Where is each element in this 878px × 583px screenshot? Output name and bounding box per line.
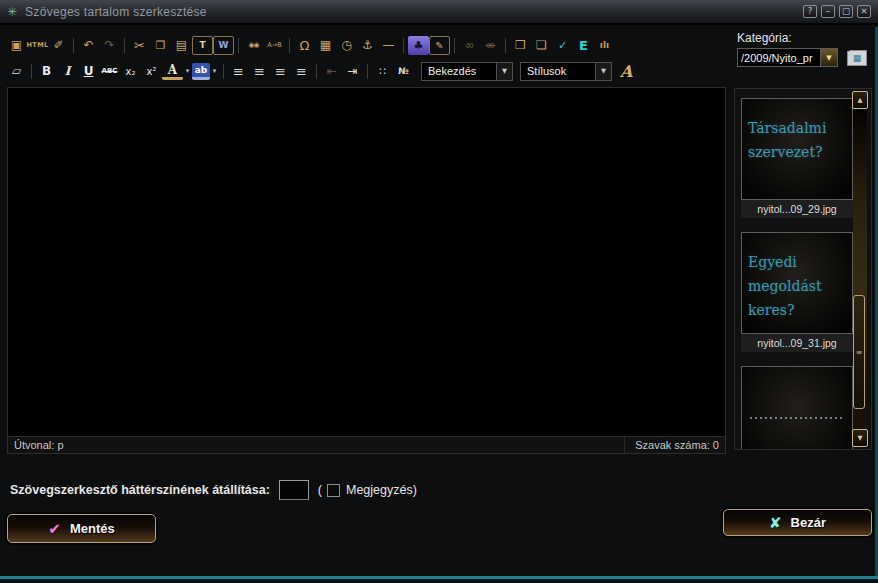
edit-link-icon[interactable]: ✓ [552,36,573,55]
thumbnail[interactable] [741,366,853,450]
maximize-button[interactable]: □ [839,5,853,18]
thumbnail-image[interactable]: Társadalmi szervezet? [741,98,853,200]
text-color-icon[interactable]: A [162,63,183,80]
insert-time-icon[interactable]: ◷ [336,36,357,55]
thumbnail[interactable]: Társadalmi szervezet?nyitol...09_29.jpg [741,98,853,218]
embed-e-icon[interactable]: E [573,36,594,55]
close-button[interactable]: ✘ Bezár [723,509,872,536]
checkmark-icon: ✔ [48,520,61,538]
cut-icon[interactable]: ✂ [129,36,150,55]
numbered-list-icon[interactable]: № [393,62,414,81]
titlebar: ✳ Szöveges tartalom szerkesztése ?–□✕ [0,0,878,25]
italic-icon[interactable]: I [57,62,78,81]
copy-icon[interactable]: ❐ [150,36,171,55]
paragraph-format-value: Bekezdés [422,65,496,77]
insert-image-icon[interactable]: ▦ [847,50,867,66]
edit-image-icon[interactable]: ✎ [429,36,450,55]
note-checkbox[interactable] [327,484,340,497]
help-button[interactable]: ? [803,5,817,18]
editor-toolbar: ▣HTML✐↶↷✂❐▤TW◉◉A→BΩ▦◷⚓—♣✎∞∞❒❏✓Eılı ▱BIUA… [6,32,732,84]
scrollbar-track[interactable]: ≡ [853,110,867,428]
chevron-down-icon[interactable]: ▼ [595,63,611,80]
find-replace-icon[interactable]: A→B [264,36,285,55]
copy-link-icon[interactable]: ❏ [531,36,552,55]
highlight-icon[interactable]: ab [192,63,210,80]
scroll-up-icon[interactable]: ▲ [852,91,868,109]
category-label: Kategória: [737,31,872,45]
paren-open: ( [318,483,322,497]
align-center-icon[interactable]: ≡ [249,62,270,81]
toolbar-row-2: ▱BIUABCx₂x²A▾ab▾≡≡≡≡⇤⇥∷№ Bekezdés ▼ Stíl… [6,58,732,84]
subscript-icon[interactable]: x₂ [120,62,141,81]
superscript-icon[interactable]: x² [141,62,162,81]
minimize-button[interactable]: – [821,5,835,18]
scrollbar-thumb[interactable]: ≡ [853,295,865,409]
redo-icon[interactable]: ↷ [99,36,120,55]
thumbnail-text: Társadalmi szervezet? [748,107,846,165]
underline-icon[interactable]: U [78,62,99,81]
close-button[interactable]: ✕ [857,5,871,18]
styles-value: Stílusok [521,65,595,77]
find-icon[interactable]: ◉◉ [243,36,264,55]
strikethrough-icon[interactable]: ABC [99,62,120,81]
editor-canvas[interactable] [8,88,725,436]
special-char-icon[interactable]: Ω [294,36,315,55]
horizontal-rule-icon[interactable]: — [378,36,399,55]
highlight-caret[interactable]: ▾ [210,62,219,81]
thumbnail-image-content [750,417,845,419]
close-button-label: Bezár [791,515,826,530]
editor-area: Útvonal: p Szavak száma: 0 [7,87,726,454]
thumbnail-scrollbar[interactable]: ▲ ≡ ▼ [852,91,869,447]
thumbnail-list: Társadalmi szervezet?nyitol...09_29.jpgE… [741,98,853,450]
toolbar-separator [505,38,506,53]
paste-text-icon[interactable]: T [192,36,213,55]
save-button-label: Mentés [70,521,115,536]
align-right-icon[interactable]: ≡ [270,62,291,81]
anchor-icon[interactable]: ⚓ [357,36,378,55]
path-status: Útvonal: p [14,439,64,451]
insert-date-icon[interactable]: ▦ [315,36,336,55]
html-source-icon[interactable]: HTML [27,36,48,55]
scroll-down-icon[interactable]: ▼ [852,429,868,447]
category-select[interactable]: /2009/Nyito_pr ▼ [737,48,838,67]
toolbar-separator [73,38,74,53]
toolbar-separator [403,38,404,53]
preview-icon[interactable]: ▣ [6,36,27,55]
x-icon: ✘ [769,514,782,532]
align-justify-icon[interactable]: ≡ [291,62,312,81]
toolbar-separator [316,64,317,79]
chart-link-icon[interactable]: ılı [594,36,615,55]
remove-format-icon[interactable]: ▱ [6,62,27,81]
bold-icon[interactable]: B [36,62,57,81]
undo-icon[interactable]: ↶ [78,36,99,55]
thumbnail-text: Egyedi megoldást keres? [748,241,846,322]
thumbnail-filename: nyitol...09_29.jpg [741,200,853,218]
bg-color-setting-label: Szövegszerkesztő háttérszínének átállítá… [10,483,270,497]
thumbnail[interactable]: Egyedi megoldást keres?nyitol...09_31.jp… [741,232,853,352]
styles-select[interactable]: Stílusok ▼ [520,62,612,81]
thumbnail-image[interactable]: Egyedi megoldást keres? [741,232,853,334]
bullet-list-icon[interactable]: ∷ [372,62,393,81]
chevron-down-icon[interactable]: ▼ [496,63,512,80]
background-color-swatch[interactable] [279,480,309,500]
image-icon[interactable]: ♣ [408,36,429,55]
link-icon[interactable]: ∞ [459,36,480,55]
thumbnail-image[interactable] [741,366,853,450]
save-button[interactable]: ✔ Mentés [7,514,156,543]
font-a-icon[interactable]: A [620,62,632,81]
paste-word-icon[interactable]: W [213,36,234,55]
indent-icon[interactable]: ⇥ [342,62,363,81]
paragraph-format-select[interactable]: Bekezdés ▼ [421,62,513,81]
paste-icon[interactable]: ▤ [171,36,192,55]
unlink-icon[interactable]: ∞ [480,36,501,55]
page-link-icon[interactable]: ❒ [510,36,531,55]
text-editor-dialog: ✳ Szöveges tartalom szerkesztése ?–□✕ ▣H… [0,0,878,583]
text-color-caret[interactable]: ▾ [183,62,192,81]
outdent-icon[interactable]: ⇤ [321,62,342,81]
cleanup-brush-icon[interactable]: ✐ [48,36,69,55]
chevron-down-icon[interactable]: ▼ [820,49,837,66]
align-left-icon[interactable]: ≡ [228,62,249,81]
toolbar-separator [289,38,290,53]
editor-bg-setting-row: Szövegszerkesztő háttérszínének átállítá… [10,479,417,501]
window-controls: ?–□✕ [803,5,871,18]
